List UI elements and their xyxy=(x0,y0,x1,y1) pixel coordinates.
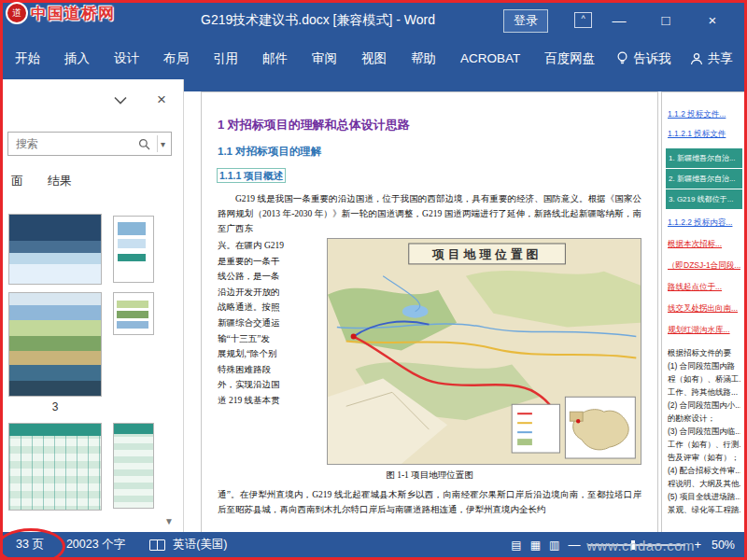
web-layout-icon[interactable]: ▥ xyxy=(549,539,559,552)
minimize-button[interactable]: — xyxy=(599,3,640,37)
page-2-lines: 1.1.2 投标文件...1.1.2.1 投标文件1. 新疆维吾尔自治...2.… xyxy=(666,109,742,516)
ribbon-tab-5[interactable]: 邮件 xyxy=(250,37,300,79)
tell-me-label: 告诉我 xyxy=(633,50,671,67)
page-2-text-line: 程（如有）、桥涵工... xyxy=(668,372,740,385)
search-box[interactable]: ▾ xyxy=(7,132,172,156)
zoom-out-button[interactable]: — xyxy=(568,538,580,552)
page-2-text-line: 程说明、大纲及其他... xyxy=(668,477,740,490)
body-text-line: 是重要的一条干 xyxy=(218,254,321,270)
nav-pane-tabs: 面 结果 xyxy=(11,173,72,189)
page-thumbnail[interactable] xyxy=(8,292,102,397)
tab-pages[interactable]: 面 xyxy=(11,173,23,189)
word-window: G219技术建议书.docx [兼容模式] - Word 登录 ^ — □ × … xyxy=(0,0,747,560)
document-page-1[interactable]: 1 对招标项目的理解和总体设计思路 1.1 对招标项目的理解 1.1.1 项目概… xyxy=(201,91,658,532)
document-top-strip xyxy=(184,79,744,91)
watermark-bottom-right: www.cndao.com xyxy=(586,538,695,553)
page-2-text-line: 线交叉处拐出向南... xyxy=(668,303,740,315)
tab-results[interactable]: 结果 xyxy=(48,173,72,189)
ribbon-display-options-icon[interactable]: ^ xyxy=(574,12,592,28)
ribbon-tab-4[interactable]: 引用 xyxy=(201,37,250,79)
body-text-line: 道 219 线基本贯 xyxy=(218,393,321,409)
ribbon-tab-6[interactable]: 审阅 xyxy=(300,37,349,79)
body-paragraph-1: G219 线是我国一条重要的沿边国道，位于我国的西部边境，具有重要的经济、国防意… xyxy=(218,191,641,236)
page-2-text-line: 的勘察设计； xyxy=(668,412,740,425)
ribbon-tab-7[interactable]: 视图 xyxy=(349,37,399,79)
watermark-logo: 道 xyxy=(6,2,28,24)
page-2-text-line: 根据本次招标... xyxy=(668,239,740,250)
maximize-button[interactable]: □ xyxy=(645,3,686,37)
ribbon-tab-0[interactable]: 开始 xyxy=(3,37,52,79)
ribbon-tab-9[interactable]: ACROBAT xyxy=(448,37,532,79)
page-thumbnail[interactable] xyxy=(8,214,102,285)
page-thumbnail[interactable] xyxy=(113,292,154,335)
thumbnail-page-number: 3 xyxy=(8,400,102,413)
person-icon xyxy=(690,52,703,65)
page-2-text-line: (4) 配合招标文件审... xyxy=(668,464,740,477)
page-thumbnail[interactable] xyxy=(113,216,154,283)
project-location-map[interactable]: 项目地理位置图 xyxy=(327,238,641,465)
ribbon-tab-list: 开始插入设计布局引用邮件审阅视图帮助ACROBAT百度网盘 xyxy=(3,37,607,79)
language-status[interactable]: 英语(美国) xyxy=(173,537,227,553)
nav-pane-controls: × xyxy=(114,91,166,109)
page-2-text-line: 1. 新疆维吾尔自治... xyxy=(666,148,742,168)
search-dropdown-icon[interactable]: ▾ xyxy=(161,139,165,149)
read-mode-icon[interactable]: ▤ xyxy=(511,539,521,552)
page-2-text-line: (5) 项目全线进场踏... xyxy=(668,490,740,503)
page-2-text-line: 告及评审（如有）； xyxy=(668,451,740,464)
document-title: G219技术建议书.docx [兼容模式] - Word xyxy=(201,3,435,37)
ribbon-tab-2[interactable]: 设计 xyxy=(102,37,151,79)
body-text-line: 沿边开发开放的 xyxy=(218,285,321,301)
search-input[interactable] xyxy=(8,137,138,150)
page-2-text-line: 2. 新疆维吾尔自治... xyxy=(666,169,742,189)
page-2-text-line: （即DZSJ-1合同段... xyxy=(668,260,740,272)
text-and-figure-row: 兴。在疆内 G219是重要的一条干线公路，是一条沿边开发开放的战略通道。按照新疆… xyxy=(218,238,641,465)
page-count[interactable]: 33 页 xyxy=(16,537,44,553)
page-thumbnail-list: 3 ▼ xyxy=(7,203,179,532)
ribbon-tab-10[interactable]: 百度网盘 xyxy=(532,37,607,79)
page-2-text-line: 3. G219 线都位于... xyxy=(666,189,742,209)
page-2-text-line: 工作（如有）、行测... xyxy=(668,438,740,451)
search-icon[interactable] xyxy=(138,138,150,150)
document-page-2-partial[interactable]: 1.1.2 投标文件...1.1.2.1 投标文件1. 新疆维吾尔自治...2.… xyxy=(661,91,744,532)
chevron-down-icon[interactable] xyxy=(114,96,127,105)
close-button[interactable]: × xyxy=(692,3,733,37)
print-layout-icon[interactable]: ▦ xyxy=(530,539,541,552)
body-paragraph-2: 通”。在伊犁州直境内，G219 线北起霍城县木斯乡以西，向南经霍尔果斯口岸后沿边… xyxy=(218,487,641,517)
wrap-column: 兴。在疆内 G219是重要的一条干线公路，是一条沿边开发开放的战略通道。按照新疆… xyxy=(218,238,321,465)
zoom-in-button[interactable]: + xyxy=(694,538,701,552)
close-nav-pane-icon[interactable]: × xyxy=(157,91,166,109)
page-2-text-line: 1.1.2.1 投标文件 xyxy=(668,129,740,140)
share-label: 共享 xyxy=(708,50,733,67)
body-text-line: 线公路，是一条 xyxy=(218,269,321,285)
map-title: 项目地理位置图 xyxy=(431,247,542,261)
word-count[interactable]: 20023 个字 xyxy=(66,537,125,553)
page-2-text-line: 1.1.2.2 投标内容... xyxy=(668,217,740,229)
share-button[interactable]: 共享 xyxy=(690,50,733,67)
page-2-text-line: 1.1.2 投标文件... xyxy=(668,109,740,120)
body-text-line: 特殊困难路段 xyxy=(218,362,321,378)
page-2-text-line: 工作、跨其他线路... xyxy=(668,385,740,399)
page-2-text-line: (1) 合同段范围内路 xyxy=(668,359,740,372)
body-text-line: 新疆综合交通运 xyxy=(218,315,321,331)
login-button[interactable]: 登录 xyxy=(503,9,548,33)
map-image: 项目地理位置图 xyxy=(328,239,641,464)
page-thumbnail[interactable] xyxy=(113,423,154,509)
page-thumbnail[interactable] xyxy=(8,423,102,511)
navigation-pane: × ▾ 面 结果 3 xyxy=(3,79,184,532)
page-2-text-line: 路线起点位于... xyxy=(668,282,740,293)
ribbon-tab-3[interactable]: 布局 xyxy=(151,37,201,79)
main-area: × ▾ 面 结果 3 xyxy=(3,79,744,532)
scroll-down-icon[interactable]: ▼ xyxy=(164,516,174,526)
ribbon-tab-1[interactable]: 插入 xyxy=(52,37,102,79)
figure-caption: 图 1-1 项目地理位置图 xyxy=(218,469,641,482)
body-text-line: 展规划,“除个别 xyxy=(218,346,321,362)
body-text-line: 兴。在疆内 G219 xyxy=(218,238,321,254)
page-2-text-line: 根据招标文件的要 xyxy=(668,346,740,359)
body-text-line: 输“十三五”发 xyxy=(218,331,321,347)
watermark-top-left: 道 中国道桥网 xyxy=(6,2,115,24)
heading-1-1: 1.1 对招标项目的理解 xyxy=(218,145,641,159)
tell-me-button[interactable]: 告诉我 xyxy=(616,50,671,67)
proofing-book-icon[interactable] xyxy=(149,539,165,551)
zoom-percentage[interactable]: 50% xyxy=(712,539,735,552)
ribbon-tab-8[interactable]: 帮助 xyxy=(399,37,448,79)
